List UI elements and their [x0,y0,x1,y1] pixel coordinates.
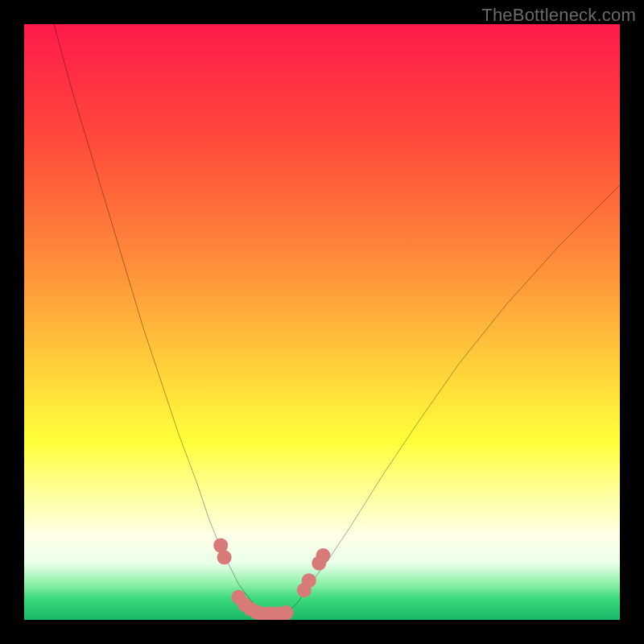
series-left-branch [54,24,262,614]
chart-frame: TheBottleneck.com [0,0,644,644]
data-marker [279,605,294,620]
data-marker [302,573,316,588]
data-marker [217,550,232,564]
curve-layer [24,24,620,620]
marker-group [213,538,330,620]
series-right-branch [287,185,620,614]
plot-area [24,24,620,620]
series-group [54,24,620,614]
data-marker [316,548,330,563]
watermark-text: TheBottleneck.com [481,5,636,26]
